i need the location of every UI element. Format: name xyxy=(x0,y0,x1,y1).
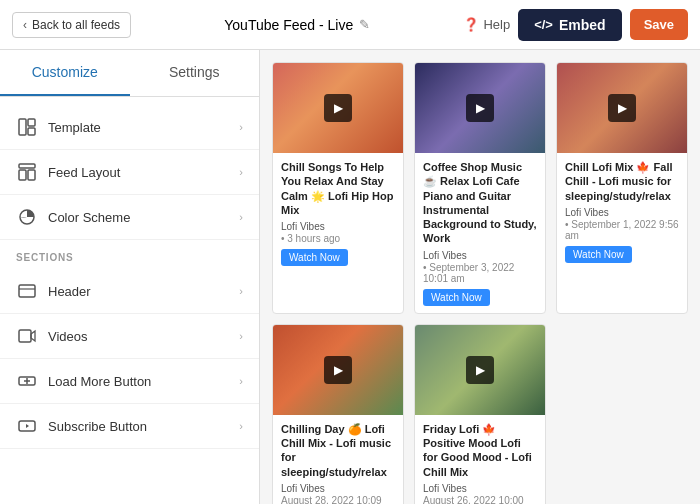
video-channel-5: Lofi Vibes xyxy=(423,483,537,494)
play-button-1[interactable]: ▶ xyxy=(324,94,352,122)
header-icon xyxy=(16,280,38,302)
back-button-label: Back to all feeds xyxy=(32,18,120,32)
sidebar-item-template[interactable]: Template › xyxy=(0,105,259,150)
feed-layout-label: Feed Layout xyxy=(48,165,239,180)
template-label: Template xyxy=(48,120,239,135)
app-body: Customize Settings Template › xyxy=(0,50,700,504)
video-grid: ▶ Chill Songs To Help You Relax And Stay… xyxy=(272,62,688,504)
watch-button-3[interactable]: Watch Now xyxy=(565,246,632,263)
svg-rect-2 xyxy=(28,128,35,135)
load-more-label: Load More Button xyxy=(48,374,239,389)
video-title-1: Chill Songs To Help You Relax And Stay C… xyxy=(281,160,395,217)
svg-rect-3 xyxy=(19,164,35,168)
video-thumb-2: ▶ xyxy=(415,63,545,153)
sidebar-item-feed-layout[interactable]: Feed Layout › xyxy=(0,150,259,195)
embed-button-label: Embed xyxy=(559,17,606,33)
video-thumb-4: ▶ xyxy=(273,325,403,415)
tab-customize[interactable]: Customize xyxy=(0,50,130,96)
template-chevron-icon: › xyxy=(239,121,243,133)
sidebar-tabs: Customize Settings xyxy=(0,50,259,97)
svg-rect-5 xyxy=(28,170,35,180)
color-scheme-chevron-icon: › xyxy=(239,211,243,223)
play-button-5[interactable]: ▶ xyxy=(466,356,494,384)
sidebar-item-header[interactable]: Header › xyxy=(0,269,259,314)
loadmore-icon xyxy=(16,370,38,392)
watch-button-2[interactable]: Watch Now xyxy=(423,289,490,306)
header-chevron-icon: › xyxy=(239,285,243,297)
video-thumb-1: ▶ xyxy=(273,63,403,153)
help-circle-icon: ❓ xyxy=(463,17,479,32)
save-button[interactable]: Save xyxy=(630,9,688,40)
video-date-5: August 26, 2022 10:00 am xyxy=(423,495,537,504)
svg-rect-1 xyxy=(28,119,35,126)
video-card-1: ▶ Chill Songs To Help You Relax And Stay… xyxy=(272,62,404,314)
videos-chevron-icon: › xyxy=(239,330,243,342)
video-date-3: • September 1, 2022 9:56 am xyxy=(565,219,679,241)
video-title-3: Chill Lofi Mix 🍁 Fall Chill - Lofi music… xyxy=(565,160,679,203)
back-button[interactable]: ‹ Back to all feeds xyxy=(12,12,131,38)
edit-icon[interactable]: ✎ xyxy=(359,17,370,32)
help-label: Help xyxy=(483,17,510,32)
feed-layout-chevron-icon: › xyxy=(239,166,243,178)
layout-icon xyxy=(16,161,38,183)
video-date-4: August 28, 2022 10:09 am xyxy=(281,495,395,504)
color-scheme-label: Color Scheme xyxy=(48,210,239,225)
play-button-2[interactable]: ▶ xyxy=(466,94,494,122)
sidebar-menu: Template › Feed Layout › xyxy=(0,97,259,457)
svg-rect-9 xyxy=(19,330,31,342)
chevron-left-icon: ‹ xyxy=(23,18,27,32)
main-content: ▶ Chill Songs To Help You Relax And Stay… xyxy=(260,50,700,504)
video-info-3: Chill Lofi Mix 🍁 Fall Chill - Lofi music… xyxy=(557,153,687,270)
header-label: Header xyxy=(48,284,239,299)
svg-rect-0 xyxy=(19,119,26,135)
video-card-3: ▶ Chill Lofi Mix 🍁 Fall Chill - Lofi mus… xyxy=(556,62,688,314)
video-title-4: Chilling Day 🍊 Lofi Chill Mix - Lofi mus… xyxy=(281,422,395,479)
sidebar-item-color-scheme[interactable]: Color Scheme › xyxy=(0,195,259,240)
subscribe-label: Subscribe Button xyxy=(48,419,239,434)
video-title-2: Coffee Shop Music ☕ Relax Lofi Cafe Pian… xyxy=(423,160,537,246)
svg-rect-4 xyxy=(19,170,26,180)
subscribe-icon xyxy=(16,415,38,437)
embed-button[interactable]: </> Embed xyxy=(518,9,621,41)
video-info-2: Coffee Shop Music ☕ Relax Lofi Cafe Pian… xyxy=(415,153,545,313)
sidebar: Customize Settings Template › xyxy=(0,50,260,504)
video-date-2: • September 3, 2022 10:01 am xyxy=(423,262,537,284)
help-button[interactable]: ❓ Help xyxy=(463,17,510,32)
play-button-3[interactable]: ▶ xyxy=(608,94,636,122)
play-button-4[interactable]: ▶ xyxy=(324,356,352,384)
sidebar-item-subscribe[interactable]: Subscribe Button › xyxy=(0,404,259,449)
video-channel-3: Lofi Vibes xyxy=(565,207,679,218)
video-icon xyxy=(16,325,38,347)
video-info-1: Chill Songs To Help You Relax And Stay C… xyxy=(273,153,403,273)
svg-rect-7 xyxy=(19,285,35,297)
app-header: ‹ Back to all feeds YouTube Feed - Live … xyxy=(0,0,700,50)
tab-settings[interactable]: Settings xyxy=(130,50,260,96)
code-icon: </> xyxy=(534,17,553,32)
feed-title-area: YouTube Feed - Live ✎ xyxy=(141,17,453,33)
template-icon xyxy=(16,116,38,138)
video-date-1: • 3 hours ago xyxy=(281,233,395,244)
video-channel-1: Lofi Vibes xyxy=(281,221,395,232)
sections-heading: SECTIONS xyxy=(0,240,259,269)
video-channel-4: Lofi Vibes xyxy=(281,483,395,494)
watch-button-1[interactable]: Watch Now xyxy=(281,249,348,266)
video-thumb-3: ▶ xyxy=(557,63,687,153)
video-title-5: Friday Lofi 🍁 Positive Mood Lofi for Goo… xyxy=(423,422,537,479)
video-info-4: Chilling Day 🍊 Lofi Chill Mix - Lofi mus… xyxy=(273,415,403,504)
header-actions: ❓ Help </> Embed Save xyxy=(463,9,688,41)
video-card-2: ▶ Coffee Shop Music ☕ Relax Lofi Cafe Pi… xyxy=(414,62,546,314)
sidebar-item-load-more[interactable]: Load More Button › xyxy=(0,359,259,404)
video-info-5: Friday Lofi 🍁 Positive Mood Lofi for Goo… xyxy=(415,415,545,504)
color-icon xyxy=(16,206,38,228)
video-card-4: ▶ Chilling Day 🍊 Lofi Chill Mix - Lofi m… xyxy=(272,324,404,504)
subscribe-chevron-icon: › xyxy=(239,420,243,432)
feed-title-text: YouTube Feed - Live xyxy=(224,17,353,33)
videos-label: Videos xyxy=(48,329,239,344)
video-card-5: ▶ Friday Lofi 🍁 Positive Mood Lofi for G… xyxy=(414,324,546,504)
video-thumb-5: ▶ xyxy=(415,325,545,415)
load-more-chevron-icon: › xyxy=(239,375,243,387)
sidebar-item-videos[interactable]: Videos › xyxy=(0,314,259,359)
video-channel-2: Lofi Vibes xyxy=(423,250,537,261)
save-button-label: Save xyxy=(644,17,674,32)
